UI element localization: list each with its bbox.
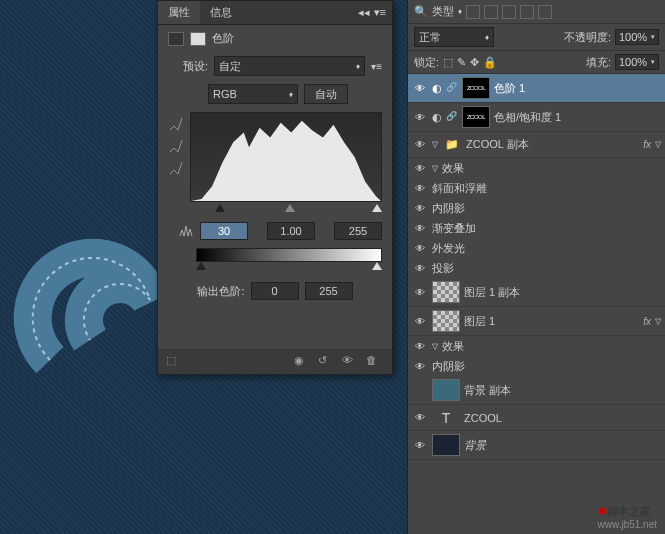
output-black[interactable] — [251, 282, 299, 300]
fx-toggle-icon[interactable]: ▽ — [655, 140, 661, 149]
visibility-icon[interactable]: 👁 — [412, 181, 428, 195]
levels-small-icon — [178, 224, 194, 238]
view-icon[interactable]: 👁 — [342, 354, 360, 370]
out-white-handle[interactable] — [372, 262, 382, 270]
layer-effect[interactable]: 👁外发光 — [408, 238, 665, 258]
layer-effect[interactable]: 👁▽效果 — [408, 336, 665, 356]
output-gradient — [196, 248, 382, 262]
input-white[interactable] — [334, 222, 382, 240]
black-point-handle[interactable] — [215, 204, 225, 212]
layer-thumb — [432, 281, 460, 303]
layer-row[interactable]: 👁背景 — [408, 431, 665, 460]
layer-effect[interactable]: 👁渐变叠加 — [408, 218, 665, 238]
histogram — [190, 112, 382, 202]
levels-icon — [168, 32, 184, 46]
layer-thumb — [432, 310, 460, 332]
filter-shape-icon[interactable] — [520, 5, 534, 19]
visibility-icon[interactable]: 👁 — [412, 261, 428, 275]
layers-panel: 🔍 类型 ♦ 正常♦ 不透明度: 100%▾ 锁定: ⬚ ✎ ✥ 🔒 填充: 1… — [407, 0, 665, 534]
visibility-icon[interactable]: 👁 — [412, 359, 428, 373]
fill-input[interactable]: 100%▾ — [615, 54, 659, 70]
out-black-handle[interactable] — [196, 262, 206, 270]
watermark: ✱脚本之家 www.jb51.net — [598, 504, 657, 530]
visibility-icon[interactable]: 👁 — [412, 221, 428, 235]
visibility-icon[interactable]: 👁 — [412, 411, 428, 425]
visibility-icon[interactable]: 👁 — [412, 241, 428, 255]
layer-thumb: ZCOOL — [462, 77, 490, 99]
visibility-icon[interactable]: 👁 — [412, 81, 428, 95]
layer-effect[interactable]: 👁斜面和浮雕 — [408, 178, 665, 198]
layer-effect[interactable]: 👁投影 — [408, 258, 665, 278]
layer-row[interactable]: 👁图层 1 副本 — [408, 278, 665, 307]
visibility-icon[interactable]: 👁 — [412, 138, 428, 152]
lock-paint-icon[interactable]: ✎ — [457, 56, 466, 69]
opacity-label: 不透明度: — [564, 30, 611, 45]
layer-list: 👁◐🔗ZCOOL色阶 1👁◐🔗ZCOOL色相/饱和度 1👁▽📁ZCOOL 副本f… — [408, 74, 665, 518]
layer-thumb: ZCOOL — [462, 106, 490, 128]
blend-mode-select[interactable]: 正常♦ — [414, 27, 494, 47]
input-black[interactable] — [200, 222, 248, 240]
filter-adj-icon[interactable] — [484, 5, 498, 19]
visibility-icon[interactable]: 👁 — [412, 438, 428, 452]
layer-row[interactable]: 👁TZCOOL — [408, 405, 665, 431]
clip-icon[interactable]: ⬚ — [166, 354, 184, 370]
preset-select[interactable]: 自定♦ — [214, 56, 365, 76]
white-eyedropper-icon[interactable] — [168, 160, 184, 176]
delete-icon[interactable]: 🗑 — [366, 354, 384, 370]
layer-thumb — [432, 379, 460, 401]
filter-pixel-icon[interactable] — [466, 5, 480, 19]
layer-row[interactable]: 👁◐🔗ZCOOL色阶 1 — [408, 74, 665, 103]
lock-pos-icon[interactable]: ✥ — [470, 56, 479, 69]
prev-icon[interactable]: ◉ — [294, 354, 312, 370]
visibility-icon[interactable]: 👁 — [412, 314, 428, 328]
reset-icon[interactable]: ↺ — [318, 354, 336, 370]
type-icon: T — [432, 410, 460, 426]
link-icon: 🔗 — [446, 111, 458, 123]
filter-smart-icon[interactable] — [538, 5, 552, 19]
fx-toggle-icon[interactable]: ▽ — [655, 317, 661, 326]
layer-row[interactable]: 👁图层 1fx▽ — [408, 307, 665, 336]
mask-icon — [190, 32, 206, 46]
gray-eyedropper-icon[interactable] — [168, 138, 184, 154]
opacity-input[interactable]: 100%▾ — [615, 29, 659, 45]
layer-row[interactable]: 👁▽📁ZCOOL 副本fx▽ — [408, 132, 665, 158]
layer-effect[interactable]: 👁内阴影 — [408, 198, 665, 218]
layer-thumb — [432, 434, 460, 456]
visibility-icon[interactable]: 👁 — [412, 201, 428, 215]
collapse-icon[interactable]: ◂◂ — [358, 6, 370, 19]
input-slider[interactable] — [196, 206, 382, 216]
visibility-icon[interactable] — [412, 383, 428, 397]
layer-effect[interactable]: 👁内阴影 — [408, 356, 665, 376]
lock-label: 锁定: — [414, 55, 439, 70]
black-eyedropper-icon[interactable] — [168, 116, 184, 132]
layer-row[interactable]: 背景 副本 — [408, 376, 665, 405]
panel-title: 色阶 — [212, 31, 234, 46]
menu-icon[interactable]: ▾≡ — [374, 6, 386, 19]
output-slider[interactable] — [196, 264, 382, 274]
layer-row[interactable]: 👁◐🔗ZCOOL色相/饱和度 1 — [408, 103, 665, 132]
kind-icon[interactable]: 🔍 — [414, 5, 428, 18]
visibility-icon[interactable]: 👁 — [412, 161, 428, 175]
lock-trans-icon[interactable]: ⬚ — [443, 56, 453, 69]
folder-icon: 📁 — [442, 138, 462, 151]
visibility-icon[interactable]: 👁 — [412, 339, 428, 353]
lock-all-icon[interactable]: 🔒 — [483, 56, 497, 69]
visibility-icon[interactable]: 👁 — [412, 285, 428, 299]
layer-effect[interactable]: 👁▽效果 — [408, 158, 665, 178]
expand-icon[interactable]: ▽ — [432, 140, 438, 149]
midtone-handle[interactable] — [285, 204, 295, 212]
auto-button[interactable]: 自动 — [304, 84, 348, 104]
tab-info[interactable]: 信息 — [200, 1, 242, 24]
input-mid[interactable] — [267, 222, 315, 240]
preset-menu-icon[interactable]: ▾≡ — [371, 61, 382, 72]
output-white[interactable] — [305, 282, 353, 300]
tab-properties[interactable]: 属性 — [158, 1, 200, 24]
properties-panel: 属性 信息 ◂◂▾≡ 色阶 预设: 自定♦ ▾≡ RGB♦ 自动 — [157, 0, 393, 375]
channel-select[interactable]: RGB♦ — [208, 84, 298, 104]
output-label: 输出色阶: — [197, 284, 244, 299]
white-point-handle[interactable] — [372, 204, 382, 212]
adj-icon: ◐ — [432, 82, 442, 95]
filter-type-icon[interactable] — [502, 5, 516, 19]
fill-label: 填充: — [586, 55, 611, 70]
visibility-icon[interactable]: 👁 — [412, 110, 428, 124]
